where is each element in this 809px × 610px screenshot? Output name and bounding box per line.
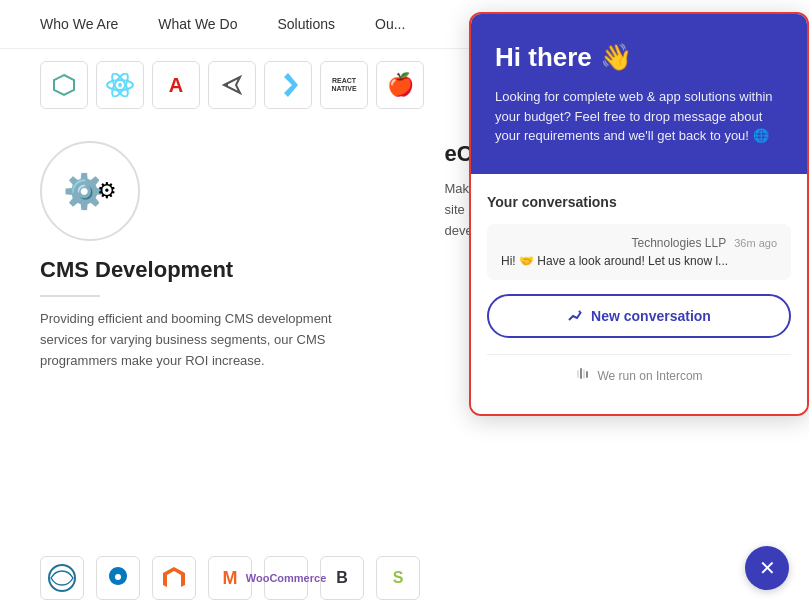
conversation-meta: Technologies LLP 36m ago [501,236,777,250]
cms-divider [40,295,100,297]
cms-title: CMS Development [40,257,365,283]
cms-icon: ⚙️ ⚙ [40,141,140,241]
conversation-item[interactable]: Technologies LLP 36m ago Hi! 🤝 Have a lo… [487,224,791,280]
intercom-footer: We run on Intercom [487,354,791,398]
nav-what-we-do[interactable]: What We Do [158,16,237,32]
conversation-sender: Technologies LLP [631,236,726,250]
conversations-title: Your conversations [487,194,791,210]
bottom-icon-shopify: S [376,556,420,600]
new-conversation-label: New conversation [591,308,711,324]
bottom-icon-magento [152,556,196,600]
intercom-body: Your conversations Technologies LLP 36m … [471,174,807,414]
svg-point-7 [115,574,121,580]
cms-column: ⚙️ ⚙ CMS Development Providing efficient… [40,141,365,371]
intercom-greeting: Hi there 👋 [495,42,783,73]
svg-rect-13 [586,371,588,378]
svg-marker-5 [284,73,298,97]
tech-icon-react-native: REACTNATIVE [320,61,368,109]
bottom-icon-woo: WooCommerce [264,556,308,600]
svg-rect-11 [580,368,582,379]
bottom-icon-drupal [96,556,140,600]
conversation-time: 36m ago [734,237,777,249]
tech-icon-apple: 🍎 [376,61,424,109]
bottom-icon-wordpress [40,556,84,600]
bottom-icons-row: M WooCommerce B S [0,546,809,610]
intercom-header: Hi there 👋 Looking for complete web & ap… [471,14,807,174]
nav-solutions[interactable]: Solutions [277,16,335,32]
wave-emoji: 👋 [600,42,632,73]
new-conversation-button[interactable]: New conversation [487,294,791,338]
tech-icon-angular: A [152,61,200,109]
cms-description: Providing efficient and booming CMS deve… [40,309,365,371]
compose-icon [567,308,583,324]
tech-icon-react [96,61,144,109]
close-icon: ✕ [759,556,776,580]
svg-rect-10 [577,370,579,378]
svg-marker-0 [54,75,74,95]
nav-who-we-are[interactable]: Who We Are [40,16,118,32]
bottom-icon-bigcommerce: B [320,556,364,600]
tech-icon-swift [208,61,256,109]
svg-marker-8 [163,567,185,587]
intercom-logo-icon [575,367,591,386]
conversation-preview: Hi! 🤝 Have a look around! Let us know l.… [501,254,777,268]
svg-point-6 [49,565,75,591]
intercom-subtitle: Looking for complete web & app solutions… [495,87,783,146]
tech-icon-node [40,61,88,109]
svg-point-4 [118,83,122,87]
intercom-widget: Hi there 👋 Looking for complete web & ap… [469,12,809,416]
tech-icon-flutter [264,61,312,109]
nav-other[interactable]: Ou... [375,16,405,32]
intercom-footer-text: We run on Intercom [597,369,702,383]
svg-rect-12 [583,369,585,379]
close-button[interactable]: ✕ [745,546,789,590]
